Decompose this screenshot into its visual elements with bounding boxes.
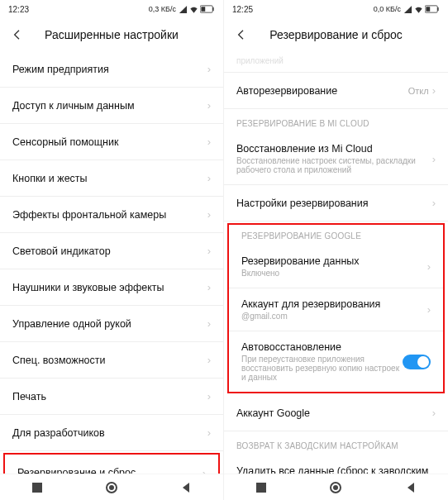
- status-time: 12:23: [8, 5, 29, 14]
- row-headphones-sound[interactable]: Наушники и звуковые эффекты ›: [0, 269, 223, 306]
- status-time: 12:25: [232, 5, 253, 14]
- status-net: 0,0 КБ/с: [374, 5, 401, 13]
- square-icon: [255, 482, 267, 493]
- nav-back[interactable]: [174, 475, 198, 500]
- svg-rect-3: [32, 483, 42, 493]
- battery-icon: [425, 5, 440, 13]
- row-accessibility[interactable]: Спец. возможности ›: [0, 342, 223, 379]
- circle-icon: [105, 481, 118, 494]
- row-auto-restore[interactable]: Автовосстановление При переустановке при…: [229, 331, 443, 392]
- chevron-right-icon: ›: [207, 136, 211, 148]
- svg-rect-7: [437, 7, 438, 11]
- row-one-handed[interactable]: Управление одной рукой ›: [0, 306, 223, 342]
- cutoff-text: приложений: [224, 51, 448, 73]
- chevron-right-icon: ›: [207, 99, 211, 112]
- svg-point-11: [333, 485, 338, 490]
- battery-icon: [200, 5, 215, 13]
- nav-home[interactable]: [99, 475, 124, 500]
- wifi-icon: [414, 5, 423, 14]
- header: Расширенные настройки: [0, 18, 223, 51]
- header: Резервирование и сброс: [224, 18, 448, 51]
- row-touch-assistant[interactable]: Сенсорный помощник ›: [0, 124, 223, 160]
- section-google: РЕЗЕРВИРОВАНИЕ GOOGLE: [229, 225, 443, 245]
- chevron-left-icon: [11, 28, 24, 41]
- right-screen: 12:25 0,0 КБ/с Резервирование и сброс пр…: [224, 0, 448, 500]
- row-front-camera-effects[interactable]: Эффекты фронтальной камеры ›: [0, 197, 223, 233]
- row-value: Откл: [408, 86, 429, 96]
- settings-list: приложений Авторезервирование Откл › РЕЗ…: [224, 51, 448, 474]
- signal-icon: [179, 5, 188, 14]
- row-mi-cloud-restore[interactable]: Восстановление из Mi Cloud Восстановлени…: [224, 133, 448, 185]
- highlight-backup-reset: Резервирование и сброс ›: [3, 453, 220, 474]
- auto-restore-toggle[interactable]: [403, 355, 431, 369]
- settings-list: Режим предприятия › Доступ к личным данн…: [0, 51, 223, 474]
- row-personal-data-access[interactable]: Доступ к личным данным ›: [0, 88, 223, 124]
- status-bar: 12:23 0,3 КБ/с: [0, 0, 223, 18]
- chevron-right-icon: ›: [432, 197, 436, 209]
- chevron-right-icon: ›: [432, 153, 436, 165]
- chevron-left-icon: [235, 28, 248, 41]
- highlight-google-backup: РЕЗЕРВИРОВАНИЕ GOOGLE Резервирование дан…: [227, 223, 445, 393]
- section-factory-reset: ВОЗВРАТ К ЗАВОДСКИМ НАСТРОЙКАМ: [224, 431, 448, 455]
- nav-back[interactable]: [398, 475, 423, 500]
- chevron-right-icon: ›: [207, 208, 211, 221]
- nav-bar: [0, 474, 223, 500]
- chevron-right-icon: ›: [207, 390, 211, 402]
- svg-rect-8: [426, 7, 430, 12]
- row-auto-backup[interactable]: Авторезервирование Откл ›: [224, 73, 448, 109]
- row-backup-settings[interactable]: Настройки резервирования ›: [224, 185, 448, 221]
- wifi-icon: [189, 5, 198, 14]
- triangle-left-icon: [180, 482, 192, 493]
- svg-rect-2: [201, 7, 205, 12]
- chevron-right-icon: ›: [427, 303, 431, 316]
- square-icon: [31, 482, 43, 493]
- back-button[interactable]: [232, 26, 250, 44]
- row-google-backup[interactable]: Резервирование данных Включено ›: [229, 245, 443, 288]
- nav-bar: [224, 474, 448, 500]
- nav-recents[interactable]: [25, 475, 50, 500]
- left-screen: 12:23 0,3 КБ/с Расширенные настройки Реж…: [0, 0, 224, 500]
- chevron-right-icon: ›: [207, 172, 211, 184]
- row-developer[interactable]: Для разработчиков ›: [0, 415, 223, 451]
- svg-rect-9: [256, 483, 266, 493]
- chevron-right-icon: ›: [432, 84, 436, 97]
- chevron-right-icon: ›: [432, 407, 436, 419]
- chevron-right-icon: ›: [207, 245, 211, 257]
- chevron-right-icon: ›: [207, 63, 211, 75]
- nav-recents[interactable]: [249, 475, 274, 500]
- section-mi-cloud: РЕЗЕРВИРОВАНИЕ В MI CLOUD: [224, 109, 448, 133]
- status-bar: 12:25 0,0 КБ/с: [224, 0, 448, 18]
- status-net: 0,3 КБ/с: [149, 5, 176, 13]
- signal-icon: [403, 5, 412, 14]
- row-google-account[interactable]: Аккаунт Google ›: [224, 395, 448, 431]
- row-factory-reset[interactable]: Удалить все данные (сброс к заводским на…: [224, 455, 448, 474]
- circle-icon: [329, 481, 342, 494]
- chevron-right-icon: ›: [207, 426, 211, 439]
- svg-rect-1: [212, 7, 213, 11]
- page-title: Резервирование и сброс: [232, 28, 440, 41]
- chevron-right-icon: ›: [207, 354, 211, 366]
- chevron-right-icon: ›: [207, 317, 211, 330]
- chevron-right-icon: ›: [203, 467, 206, 474]
- row-buttons-gestures[interactable]: Кнопки и жесты ›: [0, 160, 223, 197]
- nav-home[interactable]: [323, 475, 348, 500]
- back-button[interactable]: [8, 26, 26, 44]
- status-right: 0,3 КБ/с: [149, 5, 215, 14]
- svg-point-5: [109, 485, 114, 490]
- row-print[interactable]: Печать ›: [0, 379, 223, 415]
- triangle-left-icon: [405, 482, 417, 493]
- page-title: Расширенные настройки: [8, 28, 215, 41]
- row-enterprise-mode[interactable]: Режим предприятия ›: [0, 51, 223, 88]
- chevron-right-icon: ›: [427, 260, 431, 273]
- chevron-right-icon: ›: [207, 281, 211, 293]
- row-led-indicator[interactable]: Световой индикатор ›: [0, 233, 223, 269]
- row-google-account-backup[interactable]: Аккаунт для резервирования @gmail.com ›: [229, 288, 443, 331]
- status-right: 0,0 КБ/с: [374, 5, 440, 14]
- row-backup-reset[interactable]: Резервирование и сброс ›: [5, 455, 218, 474]
